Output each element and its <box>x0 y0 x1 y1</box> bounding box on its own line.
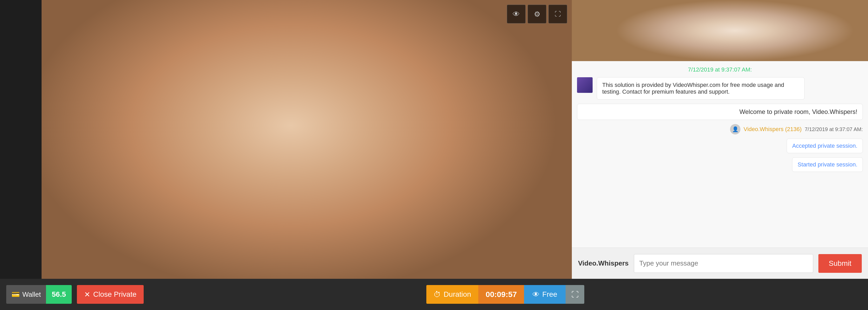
expand-button[interactable]: ⛶ <box>566 285 584 304</box>
video-controls-overlay: 👁 ⚙ ⛶ <box>507 5 567 23</box>
close-x-icon: ✕ <box>84 290 90 299</box>
system-message-row: This solution is provided by VideoWhispe… <box>577 77 863 100</box>
webcam-preview <box>572 0 868 61</box>
chat-action-1: Accepted private session. <box>787 139 863 153</box>
system-avatar-image <box>577 77 593 93</box>
wallet-label: Wallet <box>22 290 41 299</box>
wallet-label-area: 💳 Wallet <box>6 285 46 304</box>
chat-message-input[interactable] <box>634 254 813 273</box>
chat-area: 7/12/2019 at 9:37:07 AM: This solution i… <box>572 61 868 248</box>
wallet-value: 56.5 <box>46 285 72 304</box>
gear-icon: ⚙ <box>534 10 540 19</box>
chat-action-2: Started private session. <box>792 157 863 172</box>
chat-input-area: Video.Whispers Submit <box>572 248 868 279</box>
chat-username: Video.Whispers (2136) <box>744 126 802 133</box>
close-private-button[interactable]: ✕ Close Private <box>77 285 144 304</box>
chat-timestamp: 7/12/2019 at 9:37:07 AM: <box>577 66 863 73</box>
fullscreen-icon: ⛶ <box>555 10 561 18</box>
center-controls: ⏱ Duration 00:09:57 👁 Free ⛶ <box>149 285 862 304</box>
close-private-label: Close Private <box>93 290 137 299</box>
webcam-feed <box>572 0 868 61</box>
duration-value: 00:09:57 <box>478 285 524 304</box>
welcome-message: Welcome to private room, Video.Whispers! <box>577 104 863 120</box>
fullscreen-control-button[interactable]: ⛶ <box>549 5 567 23</box>
submit-button[interactable]: Submit <box>818 254 862 273</box>
left-sidebar <box>0 0 41 279</box>
eye-control-button[interactable]: 👁 <box>507 5 526 23</box>
chat-user-row: 👤 Video.Whispers (2136) 7/12/2019 at 9:3… <box>577 124 863 135</box>
chat-current-username: Video.Whispers <box>578 259 629 267</box>
user-icon: 👤 <box>732 126 739 132</box>
chat-user-timestamp: 7/12/2019 at 9:37:07 AM: <box>805 126 863 132</box>
eye-icon: 👁 <box>513 10 520 19</box>
duration-clock-icon: ⏱ <box>434 290 441 299</box>
main-video-feed <box>41 0 572 279</box>
free-label: Free <box>542 290 557 299</box>
bottom-bar: 💳 Wallet 56.5 ✕ Close Private ⏱ Duration… <box>0 279 868 310</box>
free-eye-icon: 👁 <box>532 290 539 299</box>
system-avatar <box>577 77 593 93</box>
chat-user-avatar: 👤 <box>730 124 740 135</box>
right-panel: 7/12/2019 at 9:37:07 AM: This solution i… <box>572 0 868 279</box>
main-video-area: 👁 ⚙ ⛶ <box>41 0 572 279</box>
expand-icon: ⛶ <box>571 290 579 299</box>
free-button[interactable]: 👁 Free <box>524 285 566 304</box>
wallet-widget: 💳 Wallet 56.5 <box>6 285 72 304</box>
settings-control-button[interactable]: ⚙ <box>528 5 546 23</box>
system-message-bubble: This solution is provided by VideoWhispe… <box>597 77 805 100</box>
wallet-icon: 💳 <box>11 290 20 299</box>
duration-label-area: ⏱ Duration <box>426 285 478 304</box>
duration-label: Duration <box>443 290 471 299</box>
